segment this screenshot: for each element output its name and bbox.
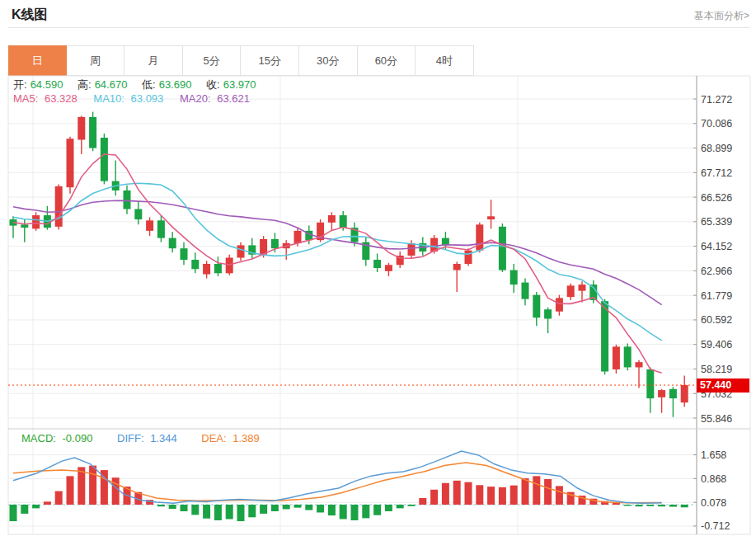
macd-histogram-bar [419, 498, 426, 505]
kline-page: K线图 基本面分析> 日周月5分15分30分60分4时 71.27270.086… [0, 0, 756, 536]
ma20-line [13, 200, 662, 304]
macd-histogram-bar [260, 505, 267, 514]
macd-histogram-bar [373, 505, 381, 515]
macd-histogram-bar [21, 505, 28, 514]
candle [44, 206, 51, 230]
macd-histogram-bar [214, 505, 222, 520]
macd-histogram-bar [226, 505, 233, 519]
macd-histogram-bar [294, 505, 302, 508]
candle [419, 237, 426, 256]
dea-label: DEA: [201, 432, 226, 444]
candle [77, 116, 85, 154]
diff-line [13, 451, 662, 503]
macd-histogram-bar [271, 505, 279, 511]
macd-histogram-bar [169, 505, 176, 509]
macd-histogram-bar [408, 505, 416, 506]
svg-text:60.592: 60.592 [701, 314, 732, 326]
low-value: 63.690 [159, 78, 192, 91]
macd-histogram-bar [430, 490, 438, 505]
candle [499, 223, 506, 272]
candle [67, 137, 74, 194]
candle [613, 345, 620, 374]
macd-histogram-bar [305, 505, 312, 510]
macd-histogram-bar [317, 505, 324, 512]
close-label: 收: [206, 78, 220, 91]
macd-histogram-bar [533, 476, 540, 505]
candle [328, 212, 336, 231]
macd-histogram-bar [351, 505, 359, 520]
candle [681, 376, 688, 407]
diff-value: 1.344 [150, 432, 177, 444]
macd-histogram-bar [385, 505, 392, 511]
candle [453, 262, 461, 292]
ohlc-legend: 开:64.590 高:64.670 低:63.690 收:63.970 [13, 78, 267, 92]
macd-histogram-bar [499, 487, 506, 505]
candle [21, 219, 28, 242]
svg-text:0.078: 0.078 [701, 497, 726, 509]
candle [487, 200, 495, 228]
svg-text:-0.712: -0.712 [701, 520, 730, 532]
candle [101, 134, 108, 184]
macd-histogram-bar [522, 478, 529, 505]
macd-histogram-bar [442, 483, 449, 505]
candle [203, 261, 210, 278]
candle [146, 218, 153, 237]
ma20-value: 63.621 [217, 92, 250, 105]
ma-legend: MA5: 63.328 MA10: 63.093 MA20: 63.621 [13, 92, 256, 105]
candle [373, 253, 381, 272]
macd-histogram-bar [55, 491, 63, 505]
price-axis: 71.27270.08668.89967.71266.52665.33964.1… [693, 94, 732, 533]
macd-histogram-bar [362, 505, 369, 518]
macd-histogram-bar [646, 505, 654, 506]
macd-histogram-bar [487, 487, 495, 505]
candle [55, 184, 63, 229]
ma5-value: 63.328 [45, 92, 77, 105]
macd-histogram-bar [44, 501, 51, 505]
candle [533, 292, 540, 326]
ma5-label: MA5: [13, 92, 38, 105]
candle [169, 232, 176, 252]
candle [397, 252, 404, 268]
diff-label: DIFF: [117, 432, 144, 444]
candlesticks [10, 112, 688, 417]
candle [134, 202, 142, 225]
candle [191, 252, 199, 273]
svg-text:59.406: 59.406 [701, 339, 732, 350]
open-label: 开: [13, 78, 27, 91]
macd-label: MACD: [21, 432, 56, 444]
macd-histogram-bar [510, 486, 518, 505]
macd-histogram-bar [476, 485, 483, 505]
svg-text:55.846: 55.846 [701, 413, 732, 425]
svg-text:66.526: 66.526 [701, 192, 732, 204]
macd-histogram-bar [658, 505, 665, 506]
svg-text:1.658: 1.658 [701, 449, 726, 461]
open-value: 64.590 [31, 78, 63, 91]
candle [522, 279, 529, 306]
macd-histogram-bar [67, 476, 74, 505]
svg-text:58.219: 58.219 [701, 364, 732, 375]
ma10-label: MA10: [93, 92, 124, 105]
candle [624, 344, 632, 371]
macd-histogram [10, 466, 688, 521]
svg-text:71.272: 71.272 [701, 94, 732, 106]
candle [658, 389, 665, 413]
macd-histogram-bar [669, 505, 677, 507]
macd-histogram-bar [32, 505, 40, 508]
close-value: 63.970 [223, 78, 256, 91]
macd-histogram-bar [191, 505, 199, 515]
svg-text:61.779: 61.779 [701, 290, 732, 302]
ma10-line [13, 183, 662, 341]
macd-histogram-bar [465, 482, 472, 505]
macd-histogram-bar [112, 477, 120, 505]
svg-text:0.868: 0.868 [701, 473, 726, 485]
candle [556, 295, 563, 316]
candle [181, 242, 188, 266]
candle [214, 256, 222, 276]
current-price-badge: 57.440 [697, 378, 749, 393]
candle [362, 237, 369, 266]
candle [579, 281, 586, 302]
dea-value: 1.389 [232, 432, 260, 444]
macd-legend: MACD: -0.090 DIFF: 1.344 DEA: 1.389 [21, 432, 266, 444]
svg-text:65.339: 65.339 [701, 216, 732, 228]
candle [567, 284, 575, 300]
